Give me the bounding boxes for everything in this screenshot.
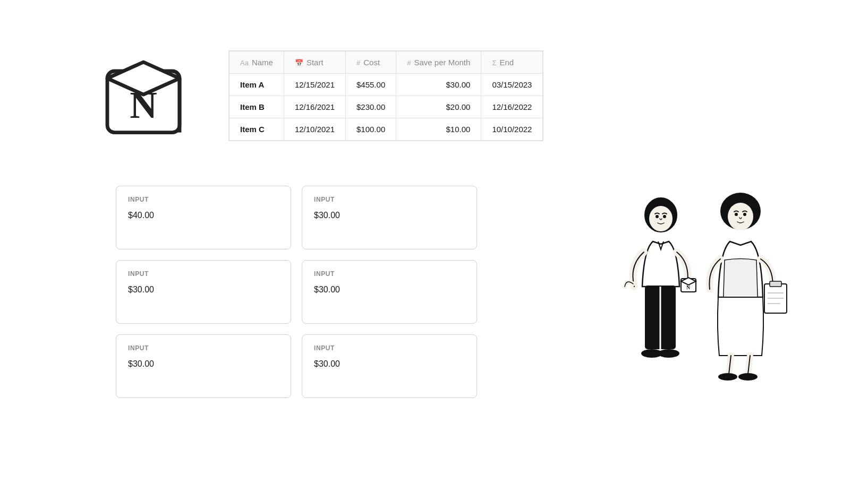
cell-cost: $230.00: [346, 96, 396, 118]
data-table: AaName 📅Start #Cost #Save per Month ΣEnd…: [228, 50, 543, 141]
svg-rect-25: [770, 281, 781, 287]
svg-text:N: N: [130, 84, 157, 126]
input-card-label: INPUT: [128, 270, 279, 278]
input-card-value: $30.00: [314, 211, 465, 220]
table-row: Item A 12/15/2021 $455.00 $30.00 03/15/2…: [229, 74, 543, 96]
illustration: N: [613, 180, 794, 382]
svg-point-17: [743, 213, 746, 216]
svg-point-16: [735, 213, 738, 216]
hash-icon: #: [356, 59, 360, 67]
input-card-label: INPUT: [314, 344, 465, 352]
col-header-cost: #Cost: [346, 51, 396, 74]
notion-logo: N: [98, 53, 189, 143]
svg-text:N: N: [686, 284, 691, 290]
cell-save-per-month: $20.00: [396, 96, 481, 118]
svg-point-5: [656, 215, 659, 218]
calendar-icon: 📅: [295, 59, 303, 67]
input-card-label: INPUT: [314, 270, 465, 278]
input-card-value: $30.00: [128, 359, 279, 369]
cell-save-per-month: $30.00: [396, 74, 481, 96]
cell-end: 12/16/2022: [481, 96, 543, 118]
sigma-icon: Σ: [492, 59, 496, 67]
cell-name: Item A: [229, 74, 284, 96]
col-header-end: ΣEnd: [481, 51, 543, 74]
input-card[interactable]: INPUT $30.00: [116, 260, 291, 324]
input-card-value: $30.00: [128, 285, 279, 295]
col-header-start: 📅Start: [284, 51, 345, 74]
input-card-value: $40.00: [128, 211, 279, 220]
input-card-value: $30.00: [314, 359, 465, 369]
input-card-label: INPUT: [314, 196, 465, 203]
input-card-label: INPUT: [128, 196, 279, 203]
cell-start: 12/16/2021: [284, 96, 345, 118]
svg-point-6: [663, 215, 666, 218]
text-icon: Aa: [240, 59, 249, 67]
table-row: Item C 12/10/2021 $100.00 $10.00 10/10/2…: [229, 118, 543, 141]
input-card-value: $30.00: [314, 285, 465, 295]
col-header-name: AaName: [229, 51, 284, 74]
svg-point-23: [738, 373, 758, 381]
input-card[interactable]: INPUT $30.00: [302, 186, 477, 249]
cell-name: Item B: [229, 96, 284, 118]
cell-end: 10/10/2022: [481, 118, 543, 141]
input-card[interactable]: INPUT $30.00: [116, 334, 291, 398]
cell-start: 12/10/2021: [284, 118, 345, 141]
cell-name: Item C: [229, 118, 284, 141]
cell-cost: $100.00: [346, 118, 396, 141]
svg-point-15: [728, 203, 753, 230]
svg-point-22: [718, 373, 737, 381]
svg-point-10: [658, 349, 679, 358]
input-card[interactable]: INPUT $40.00: [116, 186, 291, 249]
svg-point-4: [649, 206, 673, 231]
cell-cost: $455.00: [346, 74, 396, 96]
input-card[interactable]: INPUT $30.00: [302, 334, 477, 398]
table-row: Item B 12/16/2021 $230.00 $20.00 12/16/2…: [229, 96, 543, 118]
col-header-save-per-month: #Save per Month: [396, 51, 481, 74]
cell-save-per-month: $10.00: [396, 118, 481, 141]
input-card-label: INPUT: [128, 344, 279, 352]
cell-start: 12/15/2021: [284, 74, 345, 96]
cell-end: 03/15/2023: [481, 74, 543, 96]
input-cards-grid: INPUT $40.00 INPUT $30.00 INPUT $30.00 I…: [116, 186, 477, 398]
hash-icon-2: #: [407, 59, 411, 67]
input-card[interactable]: INPUT $30.00: [302, 260, 477, 324]
